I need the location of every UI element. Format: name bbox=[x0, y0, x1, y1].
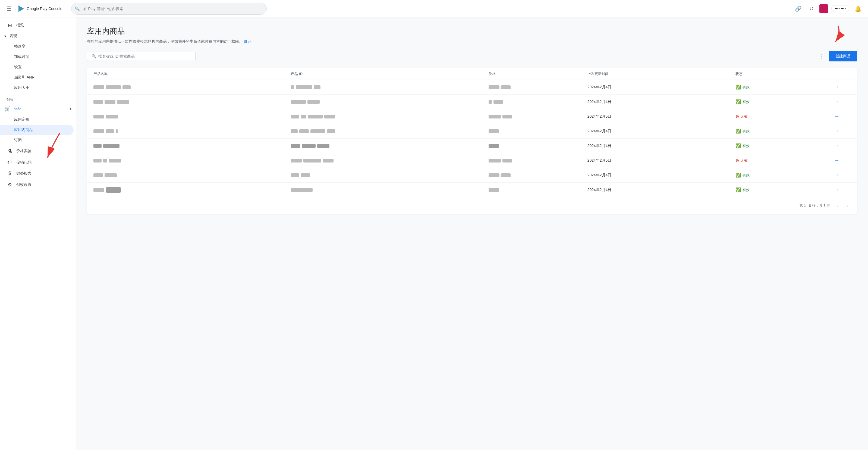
sidebar-item-load-time[interactable]: 加载时间 bbox=[0, 52, 73, 62]
sidebar-item-frame-rate[interactable]: 帧速率 bbox=[0, 41, 73, 52]
app-shell: ☰ Google Play Console 🔍 bbox=[0, 0, 868, 450]
pagination-prev-button[interactable]: ‹ bbox=[834, 202, 840, 210]
inactive-status-icon: ⊖ bbox=[736, 158, 739, 163]
table-row: 2024年2月4日 ✅ 有效 → bbox=[87, 124, 857, 139]
status-label: 有效 bbox=[743, 99, 750, 104]
monetize-settings-icon: ⚙ bbox=[6, 182, 13, 188]
sidebar-item-crash-anr[interactable]: 崩溃和 ANR bbox=[0, 72, 73, 83]
toolbar-right: ⋮ 创建商品 bbox=[817, 51, 857, 62]
sidebar-overview-label: 概览 bbox=[16, 23, 24, 28]
promo-icon: 🏷 bbox=[6, 159, 13, 165]
status-label: 有效 bbox=[743, 144, 750, 148]
col-action bbox=[834, 71, 850, 77]
sidebar-frame-rate-label: 帧速率 bbox=[14, 44, 26, 49]
sidebar-item-app-size[interactable]: 应用大小 bbox=[0, 83, 73, 93]
cell-nav[interactable]: → bbox=[834, 99, 850, 104]
cell-date: 2024年2月4日 bbox=[587, 99, 736, 104]
product-search-field: 🔍 bbox=[87, 52, 195, 61]
refresh-icon: ↺ bbox=[809, 6, 814, 12]
active-status-icon: ✅ bbox=[736, 173, 741, 178]
cell-price bbox=[489, 115, 587, 118]
account-button[interactable]: ▪▪▪▪ ▪▪▪▪ bbox=[831, 5, 849, 12]
status-label: 有效 bbox=[743, 129, 750, 134]
cell-price bbox=[489, 85, 587, 89]
cell-price bbox=[489, 159, 587, 162]
cell-date: 2024年2月4日 bbox=[587, 173, 736, 178]
cell-nav[interactable]: → bbox=[834, 84, 850, 90]
cell-product-id bbox=[291, 188, 488, 192]
cell-status: ✅ 有效 bbox=[736, 173, 834, 178]
sidebar-item-settings[interactable]: 设置 bbox=[0, 62, 73, 72]
logo-text: Google Play Console bbox=[27, 6, 62, 11]
top-bar: ☰ Google Play Console 🔍 bbox=[0, 0, 868, 18]
cell-date: 2024年2月4日 bbox=[587, 144, 736, 148]
cell-product-id bbox=[291, 144, 488, 148]
cell-product-id bbox=[291, 85, 488, 89]
sidebar-item-overview[interactable]: ⊞ 概览 bbox=[0, 20, 73, 31]
product-search-input[interactable] bbox=[98, 54, 191, 58]
cell-product-name bbox=[93, 129, 291, 133]
cell-price bbox=[489, 173, 587, 177]
hamburger-button[interactable]: ☰ bbox=[4, 3, 13, 14]
cell-nav[interactable]: → bbox=[834, 172, 850, 178]
col-price: 价格 bbox=[489, 71, 587, 77]
top-search-input[interactable] bbox=[71, 3, 267, 15]
table-row: 2024年2月5日 ⊖ 无效 → bbox=[87, 109, 857, 124]
performance-arrow-icon: ▾ bbox=[4, 34, 6, 38]
cell-date: 2024年2月4日 bbox=[587, 85, 736, 90]
status-label: 有效 bbox=[743, 173, 750, 178]
notifications-button[interactable]: 🔔 bbox=[852, 3, 864, 14]
sidebar-item-price-experiments[interactable]: ⚗ 价格实验 bbox=[0, 145, 73, 157]
sidebar-section-products[interactable]: 🛒 商品 ▾ bbox=[0, 103, 76, 114]
pagination: 第 1 - 8 行，共 8 行 ‹ › bbox=[87, 197, 857, 214]
avatar-square bbox=[819, 4, 828, 13]
sidebar-app-pricing-label: 应用定价 bbox=[14, 117, 29, 122]
cell-nav[interactable]: → bbox=[834, 143, 850, 149]
sidebar-item-financial-reports[interactable]: $ 财务报告 bbox=[0, 168, 73, 179]
top-bar-left: ☰ Google Play Console bbox=[4, 3, 62, 14]
cell-status: ✅ 有效 bbox=[736, 128, 834, 134]
link-icon: 🔗 bbox=[795, 6, 802, 12]
content-wrapper: 应用内商品 在您的应用内提供以一次性收费模式销售的商品，例如额外的生命值或付费内… bbox=[87, 26, 857, 214]
more-options-button[interactable]: ⋮ bbox=[817, 51, 827, 62]
more-vert-icon: ⋮ bbox=[819, 53, 825, 59]
inactive-status-icon: ⊖ bbox=[736, 114, 739, 119]
sidebar-performance-label: 表现 bbox=[9, 34, 17, 38]
link-icon-button[interactable]: 🔗 bbox=[793, 3, 804, 14]
cell-nav[interactable]: → bbox=[834, 187, 850, 193]
sidebar-item-subscriptions[interactable]: 订阅 bbox=[0, 135, 73, 145]
sidebar-item-in-app-products[interactable]: 应用内商品 bbox=[0, 125, 73, 135]
cell-status: ⊖ 无效 bbox=[736, 114, 834, 119]
cell-product-name bbox=[93, 85, 291, 89]
sidebar-item-app-pricing[interactable]: 应用定价 bbox=[0, 114, 73, 125]
refresh-icon-button[interactable]: ↺ bbox=[807, 3, 816, 14]
cell-product-name bbox=[93, 144, 291, 148]
pagination-info: 第 1 - 8 行，共 8 行 bbox=[799, 203, 830, 208]
sidebar-load-time-label: 加载时间 bbox=[14, 54, 29, 59]
sidebar-item-promo-codes[interactable]: 🏷 促销代码 bbox=[0, 157, 73, 168]
notifications-icon: 🔔 bbox=[855, 6, 862, 12]
sidebar-section-performance[interactable]: ▾ 表现 bbox=[0, 31, 76, 41]
sidebar-promo-codes-label: 促销代码 bbox=[16, 160, 31, 165]
experiment-icon: ⚗ bbox=[6, 148, 13, 154]
cell-nav[interactable]: → bbox=[834, 128, 850, 134]
account-name: ▪▪▪▪ ▪▪▪▪ bbox=[835, 6, 846, 10]
col-status: 状态 bbox=[736, 71, 834, 77]
status-label: 有效 bbox=[743, 187, 750, 192]
cell-product-id bbox=[291, 173, 488, 177]
col-product-name: 产品名称 bbox=[93, 71, 291, 77]
cell-nav[interactable]: → bbox=[834, 114, 850, 119]
sidebar-item-monetize-settings[interactable]: ⚙ 创收设置 bbox=[0, 179, 73, 190]
cell-product-name bbox=[93, 173, 291, 177]
cell-nav[interactable]: → bbox=[834, 158, 850, 163]
financial-icon: $ bbox=[6, 171, 13, 176]
sidebar-products-label: 商品 bbox=[13, 106, 21, 111]
cell-date: 2024年2月5日 bbox=[587, 114, 736, 119]
sidebar-price-experiments-label: 价格实验 bbox=[16, 149, 31, 153]
product-search-icon: 🔍 bbox=[92, 54, 96, 58]
create-product-button[interactable]: 创建商品 bbox=[829, 51, 857, 61]
pagination-next-button[interactable]: › bbox=[845, 202, 850, 210]
active-status-icon: ✅ bbox=[736, 143, 741, 148]
active-status-icon: ✅ bbox=[736, 128, 741, 134]
page-expand-link[interactable]: 展开 bbox=[244, 39, 251, 43]
